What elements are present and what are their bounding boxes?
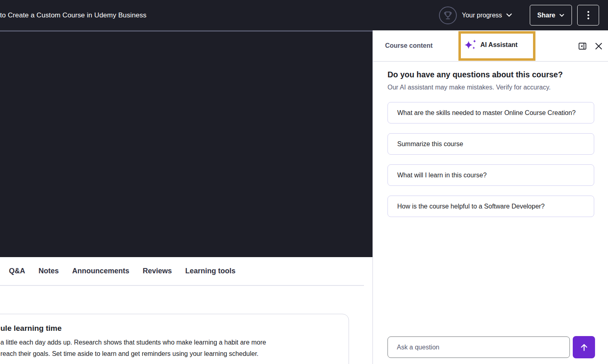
ask-question-row — [387, 336, 595, 358]
tab-qa[interactable]: Q&A — [9, 267, 25, 275]
ask-question-input[interactable] — [387, 336, 570, 358]
your-progress-dropdown[interactable]: Your progress — [462, 12, 512, 19]
collapse-panel-button[interactable] — [578, 41, 587, 51]
course-title: to Create a Custom Course in Udemy Busin… — [0, 11, 146, 19]
ai-assistant-label: AI Assistant — [480, 41, 518, 49]
close-panel-button[interactable] — [594, 41, 604, 51]
tab-announcements[interactable]: Announcements — [72, 267, 129, 275]
trophy-icon[interactable] — [439, 6, 457, 24]
send-arrow-icon — [579, 343, 589, 352]
more-options-button[interactable] — [577, 5, 599, 26]
send-question-button[interactable] — [573, 336, 595, 358]
share-button[interactable]: Share — [530, 5, 572, 26]
suggestion-helpful[interactable]: How is the course helpful to a Software … — [387, 196, 594, 217]
panel-header: Course content AI Assistant — [373, 30, 608, 62]
close-icon — [595, 43, 602, 50]
collapse-panel-icon — [578, 42, 587, 51]
tab-reviews[interactable]: Reviews — [143, 267, 172, 275]
share-label: Share — [537, 12, 555, 19]
panel-body: Do you have any questions about this cou… — [373, 62, 608, 217]
tab-notes[interactable]: Notes — [39, 267, 59, 275]
ai-assistant-panel: Course content AI Assistant Do you have — [373, 30, 608, 364]
topbar-actions: Your progress Share — [439, 0, 599, 30]
card-text-line1: a little each day adds up. Research show… — [0, 337, 349, 348]
card-text-line2: reach their goals. Set time aside to lea… — [0, 348, 349, 360]
suggestion-list: What are the skills needed to master Onl… — [387, 102, 594, 217]
chevron-down-icon — [506, 13, 512, 17]
tab-course-content[interactable]: Course content — [385, 42, 432, 49]
suggestion-skills[interactable]: What are the skills needed to master Onl… — [387, 102, 594, 123]
assistant-disclaimer: Our AI assistant may make mistakes. Veri… — [387, 84, 594, 91]
dashboard-tabs: Q&A Notes Announcements Reviews Learning… — [0, 257, 373, 275]
suggestion-learn[interactable]: What will I learn in this course? — [387, 164, 594, 186]
kebab-menu-icon — [587, 11, 589, 19]
ai-sparkle-icon — [465, 40, 477, 50]
tab-learning-tools[interactable]: Learning tools — [185, 267, 235, 275]
video-player[interactable] — [0, 30, 373, 257]
suggestion-summarize[interactable]: Summarize this course — [387, 133, 594, 155]
your-progress-label: Your progress — [462, 12, 502, 19]
chevron-down-icon — [559, 14, 564, 17]
schedule-learning-time-card: ule learning time a little each day adds… — [0, 314, 349, 364]
course-dashboard: Q&A Notes Announcements Reviews Learning… — [0, 257, 373, 364]
top-bar: to Create a Custom Course in Udemy Busin… — [0, 0, 608, 30]
tab-ai-assistant[interactable]: AI Assistant — [465, 30, 518, 60]
card-heading: ule learning time — [0, 324, 349, 333]
assistant-heading: Do you have any questions about this cou… — [387, 70, 594, 79]
tabs-divider — [0, 285, 364, 286]
